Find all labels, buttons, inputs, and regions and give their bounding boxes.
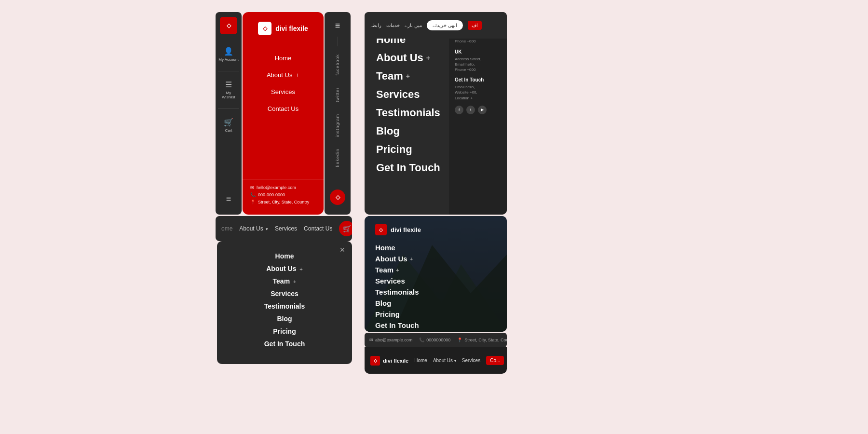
red-nav-home[interactable]: Home bbox=[243, 50, 324, 67]
dropdown-nav-about[interactable]: About Us + bbox=[227, 262, 342, 275]
mega-contact-col: USA Address Street,Email Settings,Phone … bbox=[449, 12, 507, 215]
footer-address-icon: 📍 bbox=[457, 338, 462, 342]
footer-bar-panel: ✉ abc@example.com 📞 0000000000 📍 Street,… bbox=[365, 333, 507, 347]
sidebar-divider-2 bbox=[218, 108, 239, 109]
social-instagram[interactable]: instagram bbox=[335, 108, 340, 143]
dropdown-nav-team[interactable]: Team + bbox=[227, 275, 342, 287]
social-twitter[interactable]: twitter bbox=[335, 81, 340, 108]
bottom-contact-button[interactable]: Co... bbox=[486, 356, 504, 365]
bottom-nav-about[interactable]: About Us ▾ bbox=[433, 358, 456, 363]
dark-bg-nav-testimonials[interactable]: Testimonials bbox=[375, 286, 496, 298]
dropdown-nav-getintouch[interactable]: Get In Touch bbox=[227, 338, 342, 350]
footer-phone-item: 📞 0000000000 bbox=[419, 338, 450, 342]
mega-get-in-touch-title: Get In Touch bbox=[455, 77, 501, 82]
footer-email-item: ✉ abc@example.com bbox=[369, 338, 412, 342]
dark-bg-nav-team[interactable]: Team + bbox=[375, 264, 496, 275]
mega-social-yt[interactable]: ▶ bbox=[478, 106, 487, 114]
horiz-nav-about[interactable]: About Us ▾ bbox=[239, 225, 268, 232]
dropdown-nav-testimonials[interactable]: Testimonials bbox=[227, 300, 342, 312]
team-plus-dd: + bbox=[293, 279, 296, 285]
about-plus-dd: + bbox=[299, 266, 302, 272]
sidebar-divider-1 bbox=[218, 71, 239, 71]
phone-icon: 📞 bbox=[250, 192, 256, 197]
horiz-nav-contact[interactable]: Contact Us bbox=[304, 225, 332, 232]
sidebar-panel: ◇ 👤 My Account ☰ MyWishlist 🛒 Cart ≡ bbox=[216, 12, 242, 215]
footer-email-icon: ✉ bbox=[369, 338, 373, 342]
account-icon: 👤 bbox=[224, 47, 233, 56]
social-facebook[interactable]: facebook bbox=[335, 48, 340, 81]
red-phone: 📞 000-000-0000 bbox=[250, 192, 316, 197]
social-divider bbox=[338, 37, 338, 46]
about-plus-dbg: + bbox=[410, 256, 413, 262]
rtl-nav-2[interactable]: خدمات bbox=[386, 23, 400, 28]
canvas: ◇ 👤 My Account ☰ MyWishlist 🛒 Cart ≡ ◇ d… bbox=[0, 0, 868, 434]
bottom-logo: ◇ divi flexile bbox=[370, 356, 408, 366]
dark-bg-nav-getintouch[interactable]: Get In Touch bbox=[375, 320, 496, 331]
sidebar-hamburger[interactable]: ≡ bbox=[226, 188, 231, 210]
mega-social-fb[interactable]: f bbox=[455, 106, 463, 114]
mega-get-in-touch-text: Email hello,Website +00,Location + bbox=[455, 84, 501, 101]
dark-mega-panel: ✕ Home About Us + Team + Services Testim… bbox=[365, 12, 507, 215]
bottom-logo-nav-panel: ◇ divi flexile Home About Us ▾ Services … bbox=[365, 347, 507, 374]
horiz-nav-panel: ome About Us ▾ Services Contact Us 🛒 bbox=[216, 216, 352, 241]
social-sidebar-panel: ≡ facebook twitter instagram linkedin ◇ bbox=[325, 12, 351, 215]
cart-label: Cart bbox=[225, 128, 232, 133]
dark-bg-logo-icon: ◇ bbox=[375, 224, 387, 235]
cart-icon: 🛒 bbox=[224, 118, 233, 127]
bottom-nav-home[interactable]: Home bbox=[414, 358, 427, 363]
dropdown-nav-pricing[interactable]: Pricing bbox=[227, 325, 342, 338]
sidebar-logo: ◇ bbox=[220, 17, 237, 34]
wishlist-icon: ☰ bbox=[225, 80, 232, 89]
dropdown-nav-blog[interactable]: Blog bbox=[227, 312, 342, 325]
dark-bg-nav-blog[interactable]: Blog bbox=[375, 298, 496, 309]
rtl-buy-btn[interactable]: ابھی خریدئے bbox=[427, 20, 463, 30]
bottom-logo-d: ◇ bbox=[374, 358, 377, 363]
horiz-cart-button[interactable]: 🛒 bbox=[339, 221, 352, 236]
dark-bg-nav-services[interactable]: Services bbox=[375, 275, 496, 286]
sidebar-item-wishlist[interactable]: ☰ MyWishlist bbox=[216, 75, 242, 105]
bottom-logo-icon: ◇ bbox=[370, 356, 380, 366]
team-plus-dbg: + bbox=[396, 267, 399, 273]
dark-bg-logo-text: divi flexile bbox=[391, 226, 421, 233]
dark-bg-nav-about[interactable]: About Us + bbox=[375, 253, 496, 264]
team-plus-mega: + bbox=[406, 72, 410, 80]
rtl-nav-1[interactable]: میں بارے bbox=[405, 23, 422, 28]
rtl-active-btn[interactable]: اف bbox=[468, 21, 482, 30]
mega-social-tw[interactable]: t bbox=[466, 106, 475, 114]
logo-icon: ◇ bbox=[227, 22, 231, 29]
dark-bg-logo: ◇ divi flexile bbox=[375, 224, 496, 235]
bottom-logo-text: divi flexile bbox=[383, 358, 408, 364]
social-hamburger[interactable]: ≡ bbox=[331, 17, 344, 35]
sidebar-item-account[interactable]: 👤 My Account bbox=[216, 42, 242, 67]
dropdown-nav-services[interactable]: Services bbox=[227, 287, 342, 300]
mega-uk-text: Address Street,Email hello,Phone +000 bbox=[455, 56, 501, 73]
about-arrow-bottom: ▾ bbox=[454, 359, 456, 363]
footer-email-text: abc@example.com bbox=[375, 338, 412, 342]
mega-uk-title: UK bbox=[455, 49, 501, 54]
bottom-dropdown-panel: ✕ Home About Us + Team + Services Testim… bbox=[217, 241, 352, 364]
email-icon: ✉ bbox=[250, 185, 254, 190]
rtl-nav-3[interactable]: رابطہ bbox=[369, 23, 381, 28]
red-menu-panel: ◇ divi flexile Home About Us + Services … bbox=[243, 12, 324, 215]
sidebar-item-cart[interactable]: 🛒 Cart bbox=[216, 113, 242, 138]
red-nav-services[interactable]: Services bbox=[243, 83, 324, 100]
red-nav-contact[interactable]: Contact Us bbox=[243, 100, 324, 117]
dark-bg-nav-pricing[interactable]: Pricing bbox=[375, 309, 496, 320]
footer-address-item: 📍 Street, City, State, Country bbox=[457, 338, 507, 342]
bottom-nav-services[interactable]: Services bbox=[462, 358, 480, 363]
footer-address-text: Street, City, State, Country bbox=[464, 338, 507, 342]
red-nav-about[interactable]: About Us + bbox=[243, 67, 324, 83]
social-logo-d: ◇ bbox=[336, 194, 340, 201]
wishlist-label: MyWishlist bbox=[222, 91, 235, 100]
horiz-nav-services[interactable]: Services bbox=[275, 225, 297, 232]
red-logo-text: divi flexile bbox=[275, 25, 308, 32]
horiz-partial: ome bbox=[221, 225, 232, 232]
dark-bg-nav-home[interactable]: Home bbox=[375, 242, 496, 253]
red-logo-icon: ◇ bbox=[258, 22, 271, 35]
dark-bg-panel: ◇ divi flexile Home About Us + Team + Se… bbox=[365, 216, 507, 332]
footer-phone-text: 0000000000 bbox=[426, 338, 450, 342]
dropdown-close-button[interactable]: ✕ bbox=[339, 246, 345, 254]
social-linkedin[interactable]: linkedin bbox=[335, 143, 340, 173]
mega-social-icons: f t ▶ bbox=[455, 106, 501, 114]
dropdown-nav-home[interactable]: Home bbox=[227, 250, 342, 262]
